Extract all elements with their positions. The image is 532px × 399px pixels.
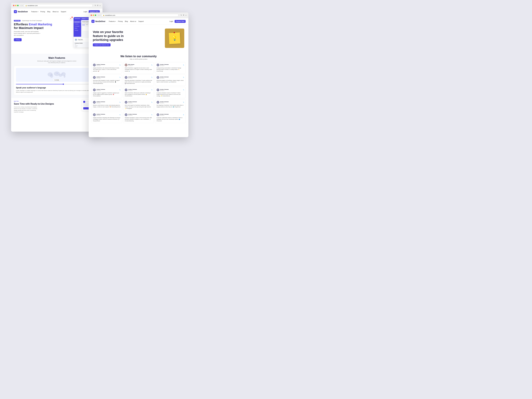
- tweet-user-info-14: Jordan Coleman @andysm: [160, 114, 169, 116]
- nav-blog[interactable]: Blog: [47, 11, 50, 13]
- nav2-about[interactable]: About us: [130, 20, 136, 22]
- logo-2[interactable]: N NeoDeliver: [91, 20, 105, 23]
- nav-about[interactable]: About us: [52, 11, 58, 13]
- reload-icon[interactable]: ↻: [95, 5, 96, 7]
- tweet-user-4: JC Jordan Coleman @andysm: [125, 76, 137, 79]
- twitter-icon-9: 𝕏: [120, 101, 120, 103]
- nav-features[interactable]: Features ▾: [31, 11, 38, 13]
- nav-items-1: Features ▾ Pricing Blog About us Support: [31, 11, 83, 13]
- tweet-card-8: JC Jordan Coleman @andysm 𝕏 A customer f…: [155, 87, 186, 98]
- login-button-2[interactable]: Login: [169, 20, 173, 22]
- explore-button[interactable]: Explore new features now: [93, 43, 111, 46]
- nav2-features[interactable]: Features ▾: [109, 20, 116, 22]
- twitter-icon-0: 𝕏: [120, 64, 120, 66]
- tweet-header-2: JC Jordan Coleman @andysm 𝕏: [157, 63, 184, 66]
- close-button[interactable]: [13, 5, 14, 6]
- tweet-header-9: JC Jordan Coleman @andysm 𝕏: [93, 101, 120, 104]
- browser-nav-2: ‹ ›: [98, 14, 100, 16]
- tweet-user-info-11: Jordan Coleman @andysm: [160, 101, 169, 103]
- tweet-header-5: JC Jordan Coleman @andysm 𝕏: [157, 76, 184, 79]
- nav-support[interactable]: Support: [61, 11, 66, 13]
- nav2-support[interactable]: Support: [138, 20, 144, 22]
- svg-point-1: [50, 74, 53, 78]
- tweet-user-info-8: Jordan Coleman @andysm: [160, 89, 169, 91]
- tweet-avatar-1: BH: [125, 63, 127, 66]
- tweet-user-info-0: Jordan Coleman @andysm: [96, 64, 105, 66]
- sidebar-item-dashboard[interactable]: Dashboard: [74, 21, 81, 23]
- vote-text: Vote on your favorite feature to guide u…: [93, 30, 162, 46]
- tweet-text-7: What if NeoDeliver offered push notifica…: [125, 92, 152, 97]
- url-bar-1[interactable]: 🔒 neodeliver.com: [24, 4, 93, 7]
- twitter-icon-2: 𝕏: [183, 64, 184, 66]
- tweet-header-0: JC Jordan Coleman @andysm 𝕏: [93, 63, 120, 66]
- community-subtitle: Help us craft the perfect product: [91, 58, 186, 60]
- forward-button-2[interactable]: ›: [100, 14, 100, 16]
- tab-sms[interactable]: SMS: [86, 24, 88, 25]
- tweet-text-0: Imagine NeoDeliver with advanced A/B tes…: [93, 67, 120, 72]
- back-button[interactable]: ‹: [21, 5, 21, 6]
- nav2-blog[interactable]: Blog: [125, 20, 128, 22]
- nav2-pricing[interactable]: Pricing: [118, 20, 123, 22]
- tweet-header-4: JC Jordan Coleman @andysm 𝕏: [125, 76, 152, 79]
- forward-button[interactable]: ›: [22, 5, 23, 6]
- minimize-button[interactable]: [15, 5, 17, 6]
- add-tab-icon-2[interactable]: +: [185, 14, 186, 16]
- back-button-2[interactable]: ‹: [98, 14, 99, 16]
- detail-device-label: Device: [75, 46, 77, 47]
- sticky-note: 💡: [169, 32, 180, 44]
- logo-1[interactable]: N NeoDeliver: [14, 10, 28, 13]
- reload-icon-2[interactable]: ↻: [181, 14, 182, 16]
- browser-nav-1: ‹ ›: [21, 5, 23, 6]
- register-button-2[interactable]: Register Now: [175, 20, 186, 23]
- tweet-avatar-5: JC: [157, 76, 159, 79]
- tweet-header-3: JC Jordan Coleman @andysm 𝕏: [93, 76, 120, 79]
- tweet-card-6: JC Jordan Coleman @andysm 𝕏 Imagine segm…: [91, 87, 122, 98]
- pin: [174, 32, 175, 33]
- go-global-label: Go Global: [53, 79, 60, 81]
- close-button-2[interactable]: [91, 14, 92, 16]
- tweet-avatar-14: JC: [157, 113, 159, 116]
- hero-title-1: Effortless: [14, 23, 29, 26]
- tweet-user-9: JC Jordan Coleman @andysm: [93, 101, 105, 104]
- tweet-text-1: What if NeoDeliver suggested the best ti…: [125, 67, 152, 72]
- template-block-1: [83, 101, 85, 103]
- tweet-card-12: JC Jordan Coleman @andysm 𝕏 Imagine NeoD…: [91, 112, 122, 123]
- tweet-card-1: BH Billy Harper @andysm 𝕏 What if NeoDel…: [123, 62, 154, 73]
- gmail-icon: G 3: [69, 17, 72, 20]
- tweet-card-2: JC Jordan Coleman @andysm 𝕏 A drag-and-d…: [155, 62, 186, 73]
- tweet-card-4: JC Jordan Coleman @andysm 𝕏 Multi-step a…: [123, 75, 154, 86]
- hero-cta-button[interactable]: Pricing: [14, 38, 22, 41]
- lock-icon: 🔒: [25, 5, 27, 6]
- user-name: Floyd Miles: [78, 39, 83, 40]
- tweet-user-14: JC Jordan Coleman @andysm: [157, 113, 169, 116]
- tweet-text-6: Imagine segment suggestions: NeoDeliver …: [93, 92, 120, 97]
- map-container: Go Global: [16, 68, 98, 82]
- sidebar-item-billing[interactable]: Billing: [74, 27, 81, 29]
- share-icon[interactable]: ⬆: [97, 5, 98, 7]
- tweet-card-5: JC Jordan Coleman @andysm 𝕏 Advanced ana…: [155, 75, 186, 86]
- twitter-icon-7: 𝕏: [151, 89, 152, 91]
- sidebar-item-contacts[interactable]: Contacts: [74, 23, 81, 25]
- tweet-card-0: JC Jordan Coleman @andysm 𝕏 Imagine NeoD…: [91, 62, 122, 73]
- tab-email[interactable]: Email: [82, 24, 85, 25]
- svg-point-5: [64, 75, 65, 78]
- tweet-card-7: JC Jordan Coleman @andysm 𝕏 What if NeoD…: [123, 87, 154, 98]
- tweet-user-1: BH Billy Harper @andysm: [125, 63, 134, 66]
- notification-badge: 3: [71, 17, 73, 18]
- progress-bar[interactable]: [16, 84, 95, 84]
- nav-pricing[interactable]: Pricing: [40, 11, 45, 13]
- login-button[interactable]: Login: [83, 11, 87, 13]
- logo-text-1: NeoDeliver: [18, 11, 28, 13]
- maximize-button[interactable]: [17, 5, 19, 6]
- sidebar-item-settings[interactable]: Settings: [74, 29, 81, 31]
- minimize-button-2[interactable]: [93, 14, 94, 16]
- tweet-header-11: JC Jordan Coleman @andysm 𝕏: [157, 101, 184, 104]
- share-icon-2[interactable]: ⬆: [183, 14, 184, 16]
- twitter-icon-14: 𝕏: [183, 114, 184, 115]
- community-title: We listen to our community: [91, 55, 186, 58]
- sidebar-item-campaigns[interactable]: Campaigns: [74, 25, 81, 27]
- badge-text: Supercharge Your Email Campaigns: [22, 20, 42, 21]
- add-tab-icon[interactable]: +: [100, 5, 101, 7]
- url-bar-2[interactable]: 🔒 neodeliver.com: [101, 14, 178, 17]
- maximize-button-2[interactable]: [95, 14, 96, 16]
